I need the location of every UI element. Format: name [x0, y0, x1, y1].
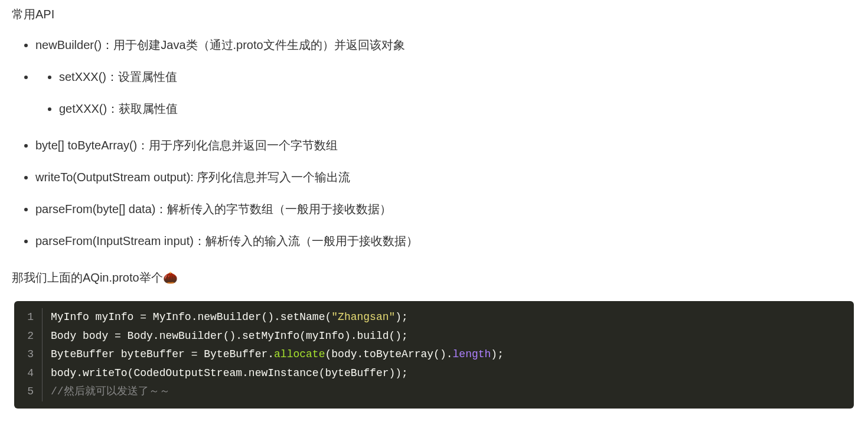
line-number: 3: [14, 345, 43, 364]
code-text: MyInfo myInfo = MyInfo.newBuilder().setN…: [51, 308, 408, 327]
code-line: 2Body body = Body.newBuilder().setMyInfo…: [14, 327, 854, 346]
code-line: 4body.writeTo(CodedOutputStream.newInsta…: [14, 364, 854, 383]
code-text: Body body = Body.newBuilder().setMyInfo(…: [51, 327, 408, 346]
code-line: 5//然后就可以发送了～～: [14, 383, 854, 401]
line-number: 5: [14, 383, 43, 401]
line-number: 1: [14, 308, 43, 327]
list-item: setXXX()：设置属性值: [59, 67, 856, 86]
list-item: getXXX()：获取属性值: [59, 99, 856, 118]
list-item: parseFrom(byte[] data)：解析传入的字节数组（一般用于接收数…: [35, 200, 856, 218]
line-number: 4: [14, 364, 43, 383]
list-item: newBuilder()：用于创建Java类（通过.proto文件生成的）并返回…: [35, 35, 856, 54]
api-list-outer: newBuilder()：用于创建Java类（通过.proto文件生成的）并返回…: [12, 35, 856, 118]
code-text: ByteBuffer byteBuffer = ByteBuffer.alloc…: [51, 345, 504, 364]
code-text: body.writeTo(CodedOutputStream.newInstan…: [51, 364, 408, 383]
list-item: writeTo(OutputStream output): 序列化信息并写入一个…: [35, 168, 856, 187]
code-line: 3ByteBuffer byteBuffer = ByteBuffer.allo…: [14, 345, 854, 364]
api-list-bottom: byte[] toByteArray()：用于序列化信息并返回一个字节数组 wr…: [12, 136, 856, 250]
paragraph-text: 那我们上面的AQin.proto举个🌰: [12, 268, 856, 287]
section-heading: 常用API: [12, 5, 856, 24]
api-list-inner: setXXX()：设置属性值 getXXX()：获取属性值: [35, 67, 856, 118]
line-number: 2: [14, 327, 43, 346]
code-block: 1MyInfo myInfo = MyInfo.newBuilder().set…: [14, 301, 854, 409]
list-item: parseFrom(InputStream input)：解析传入的输入流（一般…: [35, 231, 856, 250]
code-text: //然后就可以发送了～～: [51, 383, 170, 401]
list-item: byte[] toByteArray()：用于序列化信息并返回一个字节数组: [35, 136, 856, 155]
list-item-nested: setXXX()：设置属性值 getXXX()：获取属性值: [35, 67, 856, 118]
code-line: 1MyInfo myInfo = MyInfo.newBuilder().set…: [14, 308, 854, 327]
